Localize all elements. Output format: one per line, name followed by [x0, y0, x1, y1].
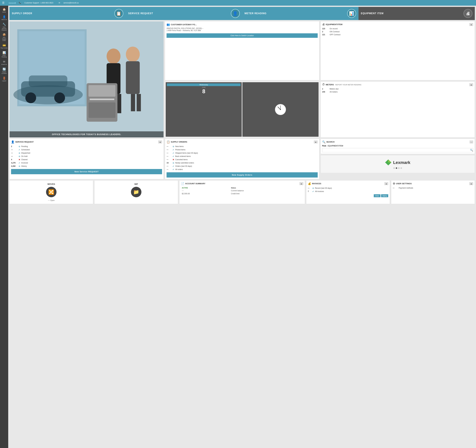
lexmark-dot-4[interactable] — [401, 167, 402, 169]
svg-rect-14 — [131, 94, 135, 111]
sr-dispatched[interactable]: --- ⊕ Dispatched — [11, 151, 162, 155]
sidebar-item-pay-invoice[interactable]: 💳 Pay Invoice — [0, 42, 8, 50]
meters-collapse-button[interactable]: ▲ — [469, 83, 473, 86]
lexmark-diamond-icon — [385, 159, 392, 166]
eq-stat-off-contract[interactable]: 121 OFF Contract — [322, 33, 473, 36]
so-picked-icon: ✔ — [173, 149, 174, 151]
moves-tile: MOVES 🔀 --- Open — [9, 180, 93, 204]
invoice-all[interactable]: 7 ✔ All invoices — [308, 190, 388, 193]
user-settings-collapse-button[interactable]: ▲ — [469, 182, 473, 185]
user-settings-title: ⚙ USER SETTINGS — [393, 182, 412, 185]
service-icon: 🔧 — [3, 23, 6, 26]
account-col1: ACTIVE — [181, 186, 230, 189]
sr-history[interactable]: 4,282 ⊕ History — [11, 164, 162, 168]
so-picked[interactable]: --- ✔ Picked items — [167, 148, 317, 151]
account-collapse-button[interactable]: ▲ — [300, 182, 303, 185]
switch-icon: 🔄 — [3, 67, 6, 71]
search-find-row: Find: EQUIPMENT/ITEM — [322, 145, 473, 147]
hamburger-icon[interactable]: ☰ — [2, 1, 5, 5]
supply-orders-header: 📋 SUPPLY ORDERS ▲ — [167, 140, 317, 144]
phone-contact: 📞 Customer Support : 1-800-663-3923 — [19, 2, 56, 4]
equipment-item-icon: 🖨 — [464, 9, 472, 18]
clock-svg — [274, 104, 286, 116]
sidebar-item-about[interactable]: 👤 About Us — [0, 14, 8, 22]
main-content: SUPPLY ORDER 📋 SERVICE REQUEST 👤 METER R… — [8, 6, 476, 448]
eq-stat-on-contract[interactable]: 2 ON Contract — [322, 30, 473, 33]
office-scene — [10, 21, 164, 137]
sidebar-item-new-service[interactable]: 🔧 New Service Request — [0, 22, 8, 32]
sr-on-hold[interactable]: --- ⊕ On hold — [11, 155, 162, 158]
banner-meter-reading[interactable]: METER READING 📊 — [242, 7, 358, 20]
so-new[interactable]: --- ⊕ New items — [167, 145, 317, 148]
account-summary-card: 📄 ACCOUNT SUMMARY ▲ ACTIVE Status — [179, 180, 305, 204]
account-row-balance[interactable]: --- Current balance — [181, 189, 303, 192]
meters-card: ⏱ METERS Report your meter reading ▲ 2 M… — [321, 81, 475, 137]
second-grid: 👤 SERVICE REQUEST ▲ 2 ⊕ Pending --- ✔ Sc… — [9, 139, 475, 179]
so-last30-icon: ✔ — [173, 165, 174, 167]
printer-icon: 🖨 — [322, 23, 325, 26]
banner-supply-order[interactable]: SUPPLY ORDER 📋 — [9, 7, 126, 20]
sr-cleared[interactable]: 4 ✖ Cleared — [11, 158, 162, 161]
switch-location-button[interactable]: Click Here to Switch Location — [167, 33, 317, 38]
lexmark-dots — [393, 167, 402, 169]
sr-on-hold-icon: ⊕ — [18, 155, 20, 157]
equipment-collapse-button[interactable]: ▲ — [469, 23, 473, 26]
supply-orders-collapse-button[interactable]: ▲ — [314, 140, 318, 143]
invoice-history-button[interactable]: Histo — [374, 194, 380, 197]
payment-methods-row[interactable]: --- Payment methods — [393, 186, 473, 190]
sr-pending[interactable]: 2 ⊕ Pending — [11, 145, 162, 148]
invoices-collapse-button[interactable]: ▲ — [384, 182, 388, 185]
search-more-button[interactable]: ... — [470, 140, 473, 143]
calendar-month: JUNE — [202, 87, 206, 88]
eq-stat-on-record[interactable]: 123 On record — [322, 27, 473, 30]
search-input-area: 🔍 — [322, 148, 473, 152]
meters-icon: ⏱ — [322, 83, 325, 86]
sr-scheduled[interactable]: --- ✔ Scheduled — [11, 148, 162, 151]
sr-invoiced[interactable]: 4,276 ✔ Invoiced — [11, 161, 162, 164]
account-row-credit[interactable]: $2,500.00 Credit limit — [181, 192, 303, 195]
customer-icon: 👥 — [167, 23, 170, 26]
sidebar-item-email[interactable]: ✉ Email Us — [0, 59, 8, 66]
new-supply-orders-button[interactable]: New Supply Orders — [167, 172, 317, 178]
account-col2: Status — [230, 186, 303, 189]
so-all[interactable]: --- ✔ All orders — [167, 168, 317, 171]
user-settings-card: ⚙ USER SETTINGS ▲ --- Payment methods — [391, 180, 475, 204]
invoice-aging-button[interactable]: Aging — [381, 194, 388, 197]
service-request-collapse-button[interactable]: ▲ — [158, 140, 162, 143]
svg-rect-19 — [89, 102, 115, 118]
all-meters-row[interactable]: 208 All meters — [322, 90, 473, 93]
email-contact: ✉ service@innov8.ca — [59, 2, 81, 4]
meters-header: ⏱ METERS Report your meter reading ▲ — [322, 83, 473, 86]
sidebar-item-switch[interactable]: 🔄 Switch Location — [0, 66, 8, 75]
meters-due-row[interactable]: 2 Meters due — [322, 87, 473, 90]
supply-order-icon: 📋 — [114, 9, 123, 18]
service-request-title: 👤 SERVICE REQUEST — [11, 140, 34, 144]
promo-text: OFFICE TECHNOLOGIES FOR TODAY'S BUSINESS… — [10, 131, 164, 137]
supply-icon: 📦 — [3, 33, 6, 36]
so-last30[interactable]: --- ✔ Orders (last 30 days) — [167, 164, 317, 168]
service-request-header: 👤 SERVICE REQUEST ▲ — [11, 140, 162, 144]
new-service-request-button[interactable]: New Service REQUEST — [11, 169, 162, 174]
so-newly-submitted[interactable]: 34 ⊕ Newly submitted orders — [167, 161, 317, 164]
search-input[interactable] — [322, 148, 470, 152]
sidebar-item-meter[interactable]: 📊 Meter Reading — [0, 50, 8, 59]
sidebar-item-home[interactable]: 🏠 Home — [0, 6, 8, 14]
lexmark-dot-2[interactable] — [396, 167, 397, 169]
meters-title: ⏱ METERS Report your meter reading — [322, 83, 362, 86]
main-grid: OFFICE TECHNOLOGIES FOR TODAY'S BUSINESS… — [9, 21, 475, 137]
so-canceled[interactable]: --- ✖ Canceled items — [167, 158, 317, 161]
lexmark-dot-1[interactable] — [393, 167, 395, 169]
so-backordered[interactable]: --- ✔ Back ordered items — [167, 155, 317, 158]
so-canceled-icon: ✖ — [173, 158, 174, 161]
banner-service-request[interactable]: SERVICE REQUEST 👤 — [126, 7, 242, 20]
lexmark-dot-3[interactable] — [398, 167, 400, 169]
search-button[interactable]: 🔍 — [470, 149, 473, 151]
sidebar-item-logout[interactable]: 🚪 Logout — [0, 75, 8, 83]
so-shipped[interactable]: --- ✔ Shipped items (last 30 days) — [167, 151, 317, 155]
home-icon: 🏠 — [3, 8, 6, 11]
equipment-item-title: 🖨 EQUIPMENT/ITEM — [322, 23, 342, 26]
sidebar-item-new-supply[interactable]: 📦 New Supply Order — [0, 32, 8, 42]
invoice-recent[interactable]: --- ⊕ Recent (last 30 days) — [308, 186, 388, 190]
banner-equipment-item[interactable]: EQUIPMENT ITEM 🖨 — [358, 7, 475, 20]
invoice-recent-icon: ⊕ — [312, 187, 314, 189]
